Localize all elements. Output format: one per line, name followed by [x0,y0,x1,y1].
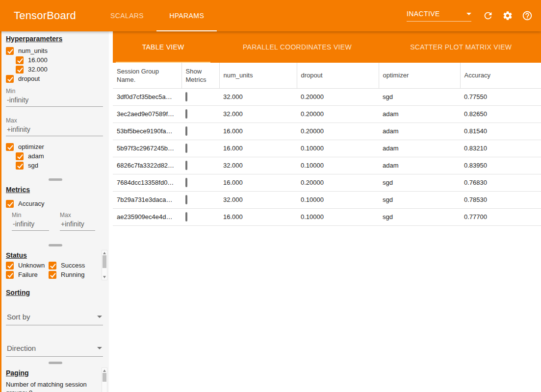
scroll-up-icon[interactable] [103,369,106,372]
show-metrics-checkbox[interactable] [185,92,187,101]
help-button[interactable] [517,6,537,25]
dropout-min-input[interactable]: -infinity [6,95,103,107]
tab-parallel-coordinates-view[interactable]: PARALLEL COORDINATES VIEW [213,31,381,63]
column-header-dropout[interactable]: dropout [297,63,379,88]
hparam-value-row[interactable]: sgd [16,161,104,170]
hparam-value-row[interactable]: adam [16,151,104,161]
reload-status-dropdown[interactable]: INACTIVE [407,10,471,22]
refresh-icon [483,10,493,21]
table-row[interactable]: 3df0d7cf35bec5a… 32.000 0.20000 sgd 0.77… [113,88,541,105]
refresh-button[interactable] [478,6,498,25]
accuracy-cell: 0.83210 [460,140,541,157]
status-label: Success [61,262,85,269]
value-checkbox[interactable] [16,162,24,170]
scroll-down-icon[interactable] [103,276,106,278]
status-pane: Status Unknown Success Failur [1,248,109,281]
value-checkbox[interactable] [16,152,24,160]
column-header-optimizer[interactable]: optimizer [379,63,460,88]
metric-max-input[interactable]: +infinity [60,219,95,231]
optimizer-cell: adam [379,105,460,122]
num-units-cell: 32.000 [219,88,297,105]
resize-handle[interactable] [49,178,62,181]
show-metrics-checkbox[interactable] [185,195,187,204]
metrics-pane: Metrics Accuracy Min -infinity Max +infi… [1,182,109,242]
tab-table-view-label: TABLE VIEW [142,43,184,51]
tab-scalars[interactable]: SCALARS [98,0,156,31]
chevron-down-icon [97,316,102,318]
hparam-value-row[interactable]: 16.000 [16,55,104,65]
direction-dropdown[interactable]: Direction [6,341,103,357]
status-options: Unknown Success Failure Running [6,261,104,279]
status-checkbox[interactable] [49,262,56,270]
status-option-row[interactable]: Success [49,261,99,270]
column-header-session-group-name[interactable]: Session Group Name. [113,63,181,88]
scroll-up-icon[interactable] [103,252,106,254]
column-header-accuracy[interactable]: Accuracy [460,63,541,88]
table-row[interactable]: 53bf5bece9190fa… 16.000 0.20000 adam 0.8… [113,122,541,140]
accuracy-checkbox[interactable] [6,200,14,208]
dropout-checkbox[interactable] [6,75,14,83]
show-metrics-cell [181,157,219,174]
dropout-cell: 0.10000 [297,140,379,157]
metric-accuracy-row[interactable]: Accuracy [6,199,104,208]
direction-value: Direction [7,344,36,352]
resize-handle[interactable] [49,362,62,364]
status-option-row[interactable]: Running [49,270,99,279]
value-checkbox[interactable] [16,66,24,74]
matching-groups-text: Number of matching session groups: 8 [6,380,95,392]
session-group-name-cell: 6826c7fa3322d82… [113,157,181,174]
status-checkbox[interactable] [6,262,14,270]
table-row[interactable]: 7b29a731e3daca… 32.000 0.10000 sgd 0.785… [113,191,541,208]
metric-min-input[interactable]: -infinity [12,219,49,231]
scrollbar-thumb[interactable] [103,255,106,268]
status-option-row[interactable]: Unknown [6,261,49,270]
num-units-cell: 16.000 [219,140,297,157]
optimizer-checkbox[interactable] [6,143,14,151]
table-row[interactable]: 6826c7fa3322d82… 32.000 0.10000 adam 0.8… [113,157,541,174]
tensorboard-app: TensorBoard SCALARS HPARAMS INACTIVE [0,0,541,392]
pane-divider [1,360,109,366]
value-checkbox[interactable] [16,56,24,64]
show-metrics-checkbox[interactable] [185,126,187,136]
hparam-num-units-row[interactable]: num_units [6,46,104,55]
dashboard-tabs: SCALARS HPARAMS [98,0,217,31]
dropout-max-input[interactable]: +infinity [6,124,103,136]
column-header-num-units[interactable]: num_units [219,63,297,88]
show-metrics-checkbox[interactable] [185,178,187,187]
tab-hparams-label: HPARAMS [169,12,204,20]
show-metrics-checkbox[interactable] [185,161,187,170]
resize-handle[interactable] [49,244,62,246]
status-option-row[interactable]: Failure [6,270,49,279]
hparam-dropout-row[interactable]: dropout [6,74,104,83]
dropout-cell: 0.20000 [297,88,379,105]
paging-scrollbar[interactable] [102,368,107,392]
tab-scatter-plot-matrix-view[interactable]: SCATTER PLOT MATRIX VIEW [381,31,541,63]
sort-by-dropdown[interactable]: Sort by [6,310,103,325]
scrollbar-thumb[interactable] [103,373,106,382]
paging-pane: Paging Number of matching session groups… [1,366,109,392]
status-checkbox[interactable] [6,271,14,279]
table-row[interactable]: ae235909ec4e4d… 16.000 0.10000 sgd 0.777… [113,208,541,225]
column-header-show-metrics[interactable]: Show Metrics [181,63,219,88]
show-metrics-checkbox[interactable] [185,144,187,153]
num-units-checkbox[interactable] [6,47,14,55]
tab-hparams[interactable]: HPARAMS [156,0,217,31]
value-label: 16.000 [28,56,48,64]
hparam-value-row[interactable]: 32.000 [16,65,104,74]
accuracy-cell: 0.81540 [460,122,541,140]
table-row[interactable]: 7684dcc13358fd0… 16.000 0.20000 sgd 0.76… [113,174,541,191]
tab-parallel-coordinates-label: PARALLEL COORDINATES VIEW [243,43,352,51]
chevron-down-icon [97,347,102,349]
settings-button[interactable] [498,6,517,25]
table-row[interactable]: 5b97f3c2967245b… 16.000 0.10000 adam 0.8… [113,140,541,157]
show-metrics-cell [181,122,219,140]
accuracy-cell: 0.77550 [460,88,541,105]
hparam-optimizer-row[interactable]: optimizer [6,142,104,151]
status-scrollbar[interactable] [102,250,107,280]
optimizer-label: optimizer [18,143,44,150]
show-metrics-checkbox[interactable] [185,212,187,221]
show-metrics-checkbox[interactable] [185,109,187,119]
status-checkbox[interactable] [49,271,56,279]
table-row[interactable]: 3ec2aed9e07589f… 32.000 0.20000 adam 0.8… [113,105,541,122]
tab-table-view[interactable]: TABLE VIEW [113,31,213,63]
